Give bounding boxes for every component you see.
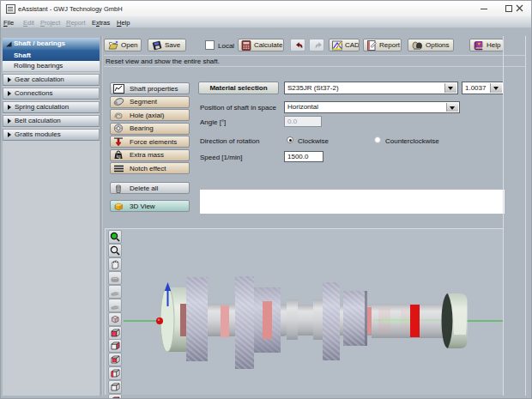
svg-text:kg: kg xyxy=(117,154,121,159)
